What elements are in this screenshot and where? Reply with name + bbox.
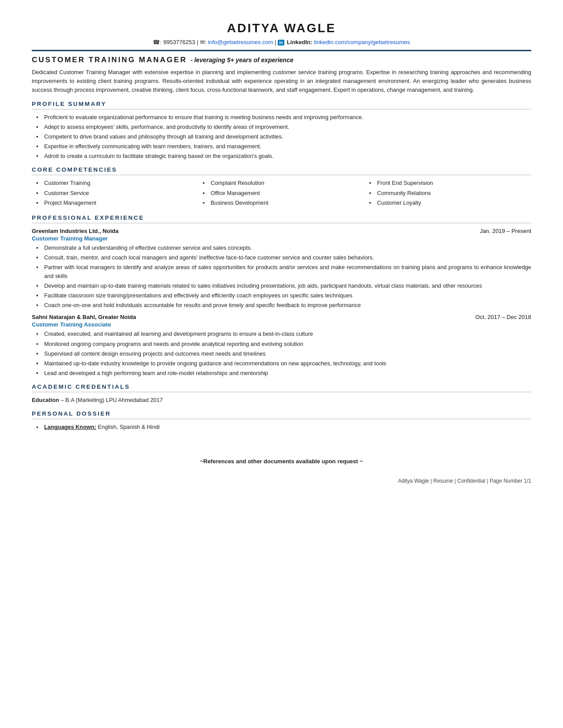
candidate-name: ADITYA WAGLE: [32, 21, 531, 35]
personal-dossier-divider: [32, 419, 531, 419]
core-competencies-section: CORE COMPETENCIES Customer Training Cust…: [32, 166, 531, 208]
competencies-col3: Front End Supervision Community Relation…: [365, 179, 531, 208]
profile-item-1: Proficient to evaluate organizational pe…: [36, 113, 531, 121]
contact-line: ☎: 9953776253 | ✉: info@getsetresumes.co…: [32, 39, 531, 45]
competencies-col1: Customer Training Customer Service Proje…: [32, 179, 198, 208]
separator1: |: [197, 39, 200, 45]
job-1-bullets: Demonstrate a full understanding of effe…: [32, 244, 531, 309]
job-2-bullet-4: Maintained up-to-date industry knowledge…: [36, 359, 531, 368]
linkedin-link[interactable]: linkedin.com/company/getsetresumes: [314, 39, 410, 45]
job-1-bullet-5: Facilitate classroom size training/prese…: [36, 291, 531, 300]
linkedin-label: LinkedIn:: [287, 39, 313, 45]
academic-credentials-title: ACADEMIC CREDENTIALS: [32, 383, 531, 390]
comp-2-3: Business Development: [203, 199, 365, 207]
job-2-bullet-5: Lead and developed a high performing tea…: [36, 369, 531, 377]
professional-experience-title: PROFESSIONAL EXPERIENCE: [32, 214, 531, 221]
headline-sub: - leveraging 5+ years of experience: [190, 56, 293, 64]
job-2-bullet-3: Supervised all content design ensuring p…: [36, 349, 531, 358]
profile-summary-list: Proficient to evaluate organizational pe…: [32, 113, 531, 161]
comp-3-2: Community Relations: [369, 189, 531, 197]
top-divider: [32, 50, 531, 51]
profile-summary-title: PROFILE SUMMARY: [32, 101, 531, 107]
phone-label: ☎: 9953776253: [153, 39, 195, 45]
linkedin-icon: in: [278, 40, 284, 45]
profile-summary-section: PROFILE SUMMARY Proficient to evaluate o…: [32, 101, 531, 161]
job-1-role: Customer Training Manager: [32, 235, 531, 242]
profile-item-4: Expertise in effectively communicating w…: [36, 142, 531, 150]
education-value: – B.A (Marketing) LPU Ahmedabad 2017: [60, 397, 162, 403]
job-2-bullet-1: Created, executed, and maintained all le…: [36, 330, 531, 338]
headline-bar: CUSTOMER TRAINING MANAGER - leveraging 5…: [32, 56, 531, 64]
profile-item-3: Competent to drive brand values and phil…: [36, 132, 531, 141]
job-1-bullet-6: Coach one-on-one and hold individuals ac…: [36, 301, 531, 309]
personal-dossier-title: PERSONAL DOSSIER: [32, 410, 531, 417]
core-competencies-divider: [32, 175, 531, 175]
job-2-header: Sahni Natarajan & Bahl, Greater Noida Oc…: [32, 314, 531, 320]
education-text: Education – B.A (Marketing) LPU Ahmedaba…: [32, 396, 531, 404]
separator2: |: [275, 39, 278, 45]
job-1-company: Greenlam Industries Ltd., Noida: [32, 228, 118, 234]
comp-2-2: Office Management: [203, 189, 365, 197]
academic-credentials-section: ACADEMIC CREDENTIALS Education – B.A (Ma…: [32, 383, 531, 404]
job-2-company: Sahni Natarajan & Bahl, Greater Noida: [32, 314, 136, 320]
education-label: Education: [32, 397, 59, 403]
dossier-value-text: English, Spanish & Hindi: [98, 424, 160, 430]
job-2-role: Customer Training Associate: [32, 321, 531, 328]
job-1-bullet-2: Consult, train, mentor, and coach local …: [36, 253, 531, 262]
job-1-date: Jan. 2019 – Present: [480, 228, 531, 234]
job-1: Greenlam Industries Ltd., Noida Jan. 201…: [32, 228, 531, 309]
personal-dossier-section: PERSONAL DOSSIER Languages Known: Englis…: [32, 410, 531, 431]
profile-summary-divider: [32, 109, 531, 109]
job-2: Sahni Natarajan & Bahl, Greater Noida Oc…: [32, 314, 531, 377]
email-link[interactable]: info@getsetresumes.com: [208, 39, 273, 45]
footer: Aditya Wagle | Resume | Confidential | P…: [32, 478, 531, 484]
headline-title: CUSTOMER TRAINING MANAGER: [32, 56, 187, 64]
job-2-bullets: Created, executed, and maintained all le…: [32, 330, 531, 377]
comp-1-1: Customer Training: [36, 179, 198, 187]
job-1-header: Greenlam Industries Ltd., Noida Jan. 201…: [32, 228, 531, 234]
core-competencies-title: CORE COMPETENCIES: [32, 166, 531, 173]
comp-3-1: Front End Supervision: [369, 179, 531, 187]
dossier-label: Languages Known:: [44, 424, 96, 430]
job-1-bullet-1: Demonstrate a full understanding of effe…: [36, 244, 531, 252]
profile-item-5: Adroit to create a curriculum to facilit…: [36, 152, 531, 160]
job-2-date: Oct. 2017 – Dec 2018: [476, 314, 531, 320]
comp-2-1: Complaint Resolution: [203, 179, 365, 187]
profile-item-2: Adept to assess employees' skills, perfo…: [36, 123, 531, 131]
professional-experience-divider: [32, 223, 531, 223]
job-1-bullet-4: Develop and maintain up-to-date training…: [36, 281, 531, 290]
professional-experience-section: PROFESSIONAL EXPERIENCE Greenlam Industr…: [32, 214, 531, 377]
job-1-bullet-3: Partner with local managers to identify …: [36, 263, 531, 280]
academic-credentials-divider: [32, 392, 531, 392]
competencies-grid: Customer Training Customer Service Proje…: [32, 179, 531, 208]
comp-1-2: Customer Service: [36, 189, 198, 197]
comp-1-3: Project Management: [36, 199, 198, 207]
dossier-item: Languages Known: English, Spanish & Hind…: [32, 423, 531, 431]
job-2-bullet-2: Monitored ongoing company programs and n…: [36, 340, 531, 348]
summary-text: Dedicated Customer Training Manager with…: [32, 68, 531, 94]
email-icon: ✉:: [200, 39, 207, 45]
competencies-col2: Complaint Resolution Office Management B…: [198, 179, 365, 208]
comp-3-3: Customer Loyalty: [369, 199, 531, 207]
references: ~References and other documents availabl…: [32, 458, 531, 465]
